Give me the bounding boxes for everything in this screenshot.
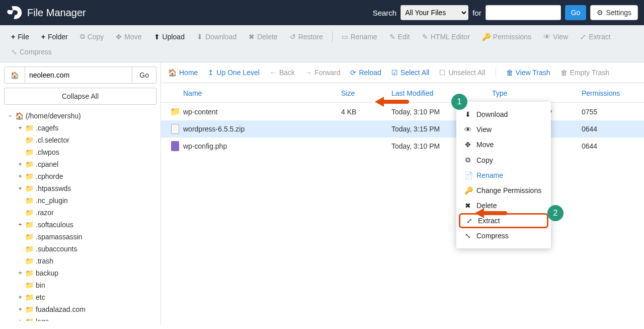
folder-icon: 📁 — [25, 255, 34, 267]
home-path-button[interactable]: 🏠 — [4, 67, 25, 84]
tree-item[interactable]: 📁.razor — [4, 207, 156, 219]
cm-rename[interactable]: 📄Rename — [456, 168, 551, 183]
plus-icon: + — [41, 33, 45, 41]
expander-icon[interactable]: + — [17, 219, 23, 230]
tree-item[interactable]: +📁.cphorde — [4, 170, 156, 182]
header-left: File Manager — [6, 5, 86, 21]
tree-item[interactable]: +📁logs — [4, 315, 156, 321]
cm-view[interactable]: 👁View — [456, 122, 551, 137]
forward-icon: → — [305, 69, 312, 77]
callout-2: 2 — [513, 205, 564, 221]
view-trash-button[interactable]: 🗑View Trash — [506, 69, 550, 77]
select-all-button[interactable]: ☑Select All — [391, 69, 430, 77]
tree-item[interactable]: 📁.cl.selector — [4, 134, 156, 146]
tree-item[interactable]: 📁.trash — [4, 255, 156, 267]
file-row[interactable]: 📁wp-content4 KBToday, 3:10 PMhttpd/unix-… — [161, 103, 644, 120]
tree-item[interactable]: +📁.cpanel — [4, 158, 156, 170]
search-go-button[interactable]: Go — [565, 5, 587, 20]
extract-button[interactable]: ⤢Extract — [575, 30, 616, 43]
compress-icon: ⤡ — [11, 48, 17, 56]
reload-icon: ⟳ — [350, 69, 356, 77]
cm-change-permissions[interactable]: 🔑Change Permissions — [456, 183, 551, 198]
home-button[interactable]: 🏠Home — [168, 69, 198, 77]
path-go-button[interactable]: Go — [132, 67, 156, 84]
col-type[interactable]: Type — [492, 89, 582, 97]
upload-label: Upload — [163, 33, 185, 41]
tree-item[interactable]: 📁.clwpos — [4, 146, 156, 158]
folder-icon: 📁 — [25, 243, 34, 254]
tree-root[interactable]: −🏠(/home/devershu) — [4, 110, 156, 122]
up-button[interactable]: ↥Up One Level — [208, 69, 260, 77]
cm-download[interactable]: ⬇Download — [456, 107, 551, 122]
delete-button[interactable]: ✖Delete — [244, 30, 282, 43]
view-button[interactable]: 👁View — [538, 30, 573, 43]
text-file-icon — [171, 141, 179, 151]
html-editor-button[interactable]: ✎HTML Editor — [417, 30, 475, 43]
collapse-all-button[interactable]: Collapse All — [4, 88, 156, 105]
path-input[interactable] — [25, 67, 132, 84]
new-file-button[interactable]: +File — [6, 30, 34, 43]
home-label: Home — [179, 69, 198, 77]
tree-item[interactable]: +📁.softaculous — [4, 219, 156, 231]
tree-item-label: .cagefs — [36, 122, 58, 134]
download-icon: ⬇ — [197, 33, 203, 41]
html-label: HTML Editor — [431, 33, 470, 41]
back-button[interactable]: ←Back — [270, 69, 295, 77]
path-row: 🏠 Go — [4, 67, 156, 84]
forward-button[interactable]: →Forward — [305, 69, 340, 77]
unselect-all-label: Unselect All — [448, 69, 485, 77]
unselect-all-button[interactable]: ☐Unselect All — [439, 69, 485, 77]
tree-item[interactable]: 📁.nc_plugin — [4, 194, 156, 207]
cm-compress-label: Compress — [476, 232, 509, 240]
restore-icon: ↺ — [290, 33, 296, 41]
restore-button[interactable]: ↺Restore — [285, 30, 328, 43]
file-row[interactable]: wp-config.phpToday, 3:10 PMtext/x-generi… — [161, 138, 644, 155]
tree-item[interactable]: +📁.htpasswds — [4, 182, 156, 194]
permissions-button[interactable]: 🔑Permissions — [477, 30, 536, 43]
expander-icon[interactable]: + — [17, 304, 23, 315]
expander-icon[interactable]: − — [7, 110, 13, 121]
expander-icon[interactable]: + — [17, 268, 23, 279]
expander-icon[interactable]: + — [17, 183, 23, 194]
delete-icon: ✖ — [249, 33, 255, 41]
tree-item[interactable]: +📁backup — [4, 267, 156, 279]
expander-icon[interactable]: + — [17, 122, 23, 134]
cm-copy[interactable]: ⧉Copy — [456, 152, 551, 168]
search-input[interactable] — [486, 5, 561, 20]
tree-item[interactable]: 📁.spamassassin — [4, 231, 156, 243]
main-body: 🏠 Go Collapse All −🏠(/home/devershu)+📁.c… — [0, 62, 644, 325]
expander-icon[interactable]: + — [17, 292, 23, 303]
tree-item[interactable]: 📁.subaccounts — [4, 243, 156, 255]
col-size[interactable]: Size — [341, 89, 391, 97]
copy-button[interactable]: ⧉Copy — [75, 30, 109, 43]
folder-icon: 📁 — [25, 304, 34, 315]
expander-icon[interactable]: + — [17, 316, 23, 321]
download-button[interactable]: ⬇Download — [192, 30, 242, 43]
tree-item-label: .razor — [36, 207, 54, 218]
compress-button[interactable]: ⤡Compress — [6, 45, 57, 58]
cm-move[interactable]: ✥Move — [456, 137, 551, 152]
separator — [332, 31, 333, 42]
tree-item[interactable]: 📁bin — [4, 279, 156, 291]
empty-trash-button[interactable]: 🗑Empty Trash — [560, 69, 610, 77]
tree-item[interactable]: +📁fuadalazad.com — [4, 303, 156, 315]
expander-icon[interactable]: + — [17, 171, 23, 182]
col-name[interactable]: Name — [183, 89, 341, 97]
extract-label: Extract — [589, 33, 611, 41]
col-permissions[interactable]: Permissions — [582, 89, 636, 97]
folder-icon: 📁 — [25, 316, 34, 321]
reload-button[interactable]: ⟳Reload — [350, 69, 381, 77]
settings-button[interactable]: ⚙ Settings — [590, 5, 638, 20]
tree-item[interactable]: +📁.cagefs — [4, 122, 156, 134]
rename-button[interactable]: ▭Rename — [337, 30, 382, 43]
move-button[interactable]: ✥Move — [111, 30, 146, 43]
expander-icon[interactable]: + — [17, 159, 23, 170]
file-row[interactable]: wordpress-6.5.5.zipToday, 3:15 PMpackage… — [161, 120, 644, 138]
tree-item[interactable]: +📁etc — [4, 291, 156, 303]
edit-button[interactable]: ✎Edit — [384, 30, 415, 43]
cm-compress[interactable]: ⤡Compress — [456, 228, 551, 243]
search-scope-select[interactable]: All Your Files — [400, 5, 468, 20]
upload-button[interactable]: ⬆Upload — [149, 30, 190, 43]
new-folder-button[interactable]: +Folder — [36, 30, 73, 43]
forward-label: Forward — [314, 69, 340, 77]
